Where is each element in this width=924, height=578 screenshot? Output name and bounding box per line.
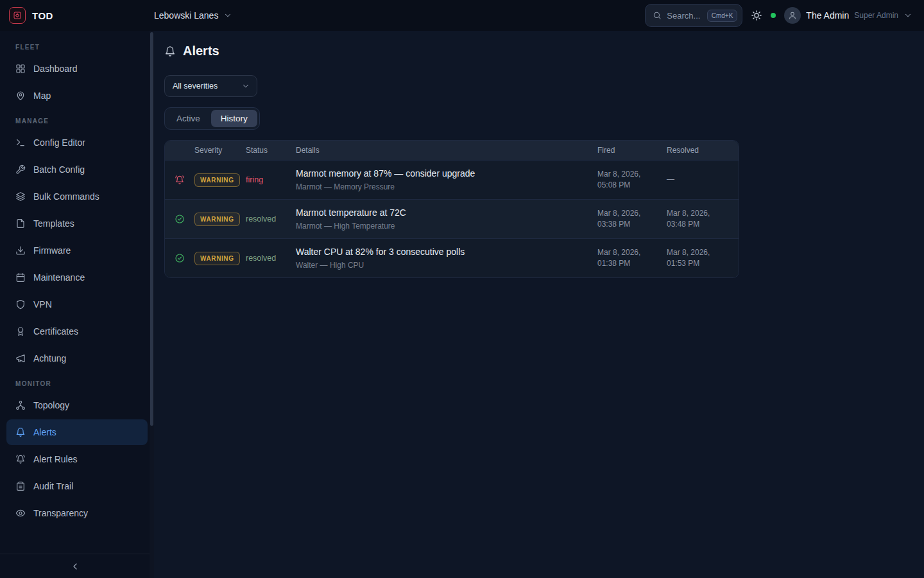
severity-badge: WARNING <box>194 173 240 187</box>
sidebar-item-audit-trail[interactable]: Audit Trail <box>6 473 148 499</box>
sidebar-item-firmware[interactable]: Firmware <box>6 238 148 263</box>
alert-subtitle: Marmot — High Temperature <box>296 222 597 231</box>
alert-subtitle: Walter — High CPU <box>296 261 597 270</box>
status-text: resolved <box>246 254 296 263</box>
sidebar-item-achtung[interactable]: Achtung <box>6 346 148 371</box>
sidebar: FLEET Dashboard Map MANAGE Config Editor… <box>0 31 154 578</box>
search-shortcut-badge: Cmd+K <box>707 10 738 22</box>
tab-history[interactable]: History <box>211 110 257 127</box>
tab-active[interactable]: Active <box>167 110 210 127</box>
check-circle-icon <box>175 214 185 224</box>
alerts-tabs: Active History <box>164 107 260 130</box>
brand-logo-icon <box>9 7 26 24</box>
sidebar-item-vpn[interactable]: VPN <box>6 292 148 317</box>
sidebar-item-batch-config[interactable]: Batch Config <box>6 157 148 182</box>
download-icon <box>15 245 26 256</box>
sidebar-item-dashboard[interactable]: Dashboard <box>6 56 148 82</box>
bell-icon <box>15 427 26 437</box>
sidebar-scrollbar-thumb[interactable] <box>150 32 153 426</box>
severity-filter-select[interactable]: All severities <box>164 75 257 97</box>
col-resolved: Resolved <box>667 146 739 155</box>
severity-filter-value: All severities <box>173 82 218 91</box>
severity-badge: WARNING <box>194 252 240 265</box>
col-details: Details <box>296 146 597 155</box>
table-row[interactable]: WARNING firing Marmot memory at 87% — co… <box>165 160 739 199</box>
brand: TOD <box>0 7 154 24</box>
brand-name: TOD <box>32 10 53 21</box>
sidebar-scrollbar <box>150 31 154 578</box>
resolved-timestamp: Mar 8, 2026, 01:53 PM <box>667 247 739 270</box>
chevron-down-icon <box>903 11 912 20</box>
chevron-left-icon <box>70 561 80 572</box>
sun-icon <box>751 10 762 21</box>
search-icon <box>653 11 662 20</box>
user-name: The Admin <box>806 10 849 21</box>
fired-timestamp: Mar 8, 2026, 01:38 PM <box>597 247 667 270</box>
user-icon <box>788 11 797 20</box>
chevron-down-icon <box>241 82 250 91</box>
terminal-icon <box>15 137 26 148</box>
table-row[interactable]: WARNING resolved Walter CPU at 82% for 3… <box>165 238 739 277</box>
bell-ring-icon <box>15 454 26 464</box>
alert-subtitle: Marmot — Memory Pressure <box>296 182 597 191</box>
layers-icon <box>15 191 26 202</box>
sidebar-item-topology[interactable]: Topology <box>6 392 148 418</box>
main-content: Alerts All severities Active History Sev… <box>154 31 924 578</box>
megaphone-icon <box>15 353 26 363</box>
sidebar-section-monitor: MONITOR <box>15 380 139 387</box>
table-row[interactable]: WARNING resolved Marmot temperature at 7… <box>165 199 739 238</box>
sidebar-item-config-editor[interactable]: Config Editor <box>6 130 148 155</box>
topbar: TOD Lebowski Lanes Cmd+K The Admin Super… <box>0 0 924 31</box>
sidebar-item-map[interactable]: Map <box>6 83 148 109</box>
theme-toggle-button[interactable] <box>751 10 762 21</box>
table-header: Severity Status Details Fired Resolved <box>165 141 739 160</box>
sidebar-item-alert-rules[interactable]: Alert Rules <box>6 446 148 472</box>
sidebar-section-fleet: FLEET <box>15 44 139 51</box>
sidebar-item-certificates[interactable]: Certificates <box>6 319 148 344</box>
col-severity: Severity <box>194 146 246 155</box>
severity-badge: WARNING <box>194 213 240 226</box>
org-selector[interactable]: Lebowski Lanes <box>154 10 232 21</box>
col-status: Status <box>246 146 296 155</box>
page-title: Alerts <box>183 44 219 58</box>
search-input[interactable]: Cmd+K <box>645 4 742 27</box>
user-menu[interactable]: The Admin Super Admin <box>784 7 912 24</box>
alerts-table: Severity Status Details Fired Resolved W… <box>164 140 739 278</box>
alert-title: Marmot memory at 87% — consider upgrade <box>296 168 597 179</box>
connection-status-dot <box>771 13 776 18</box>
sidebar-footer <box>0 554 150 578</box>
clipboard-icon <box>15 481 26 491</box>
status-text: resolved <box>246 215 296 223</box>
bell-alert-icon <box>175 175 185 185</box>
app-window: TOD Lebowski Lanes Cmd+K The Admin Super… <box>0 0 924 578</box>
eye-icon <box>15 508 26 518</box>
shield-icon <box>15 299 26 310</box>
avatar <box>784 7 801 24</box>
resolved-timestamp: Mar 8, 2026, 03:48 PM <box>667 208 739 231</box>
chevron-down-icon <box>223 11 232 20</box>
sidebar-item-alerts[interactable]: Alerts <box>6 419 148 445</box>
topbar-right: Cmd+K The Admin Super Admin <box>645 4 924 27</box>
file-icon <box>15 218 26 229</box>
wrench-icon <box>15 164 26 175</box>
bell-icon <box>164 46 176 57</box>
org-selector-label: Lebowski Lanes <box>154 10 218 21</box>
map-pin-icon <box>15 91 26 101</box>
page-header: Alerts <box>164 44 914 58</box>
search-field[interactable] <box>667 11 701 21</box>
sidebar-item-maintenance[interactable]: Maintenance <box>6 265 148 290</box>
network-icon <box>15 400 26 410</box>
sidebar-section-manage: MANAGE <box>15 118 139 125</box>
alert-title: Walter CPU at 82% for 3 consecutive poll… <box>296 247 597 257</box>
layout-grid-icon <box>15 64 26 74</box>
resolved-timestamp: — <box>667 174 739 185</box>
sidebar-collapse-button[interactable] <box>70 561 80 572</box>
sidebar-item-templates[interactable]: Templates <box>6 211 148 236</box>
sidebar-item-transparency[interactable]: Transparency <box>6 500 148 526</box>
fired-timestamp: Mar 8, 2026, 05:08 PM <box>597 169 667 191</box>
check-circle-icon <box>175 253 185 263</box>
sidebar-item-bulk-commands[interactable]: Bulk Commands <box>6 184 148 209</box>
status-text: firing <box>246 175 296 184</box>
col-fired: Fired <box>597 146 667 155</box>
alert-title: Marmot temperature at 72C <box>296 207 597 218</box>
